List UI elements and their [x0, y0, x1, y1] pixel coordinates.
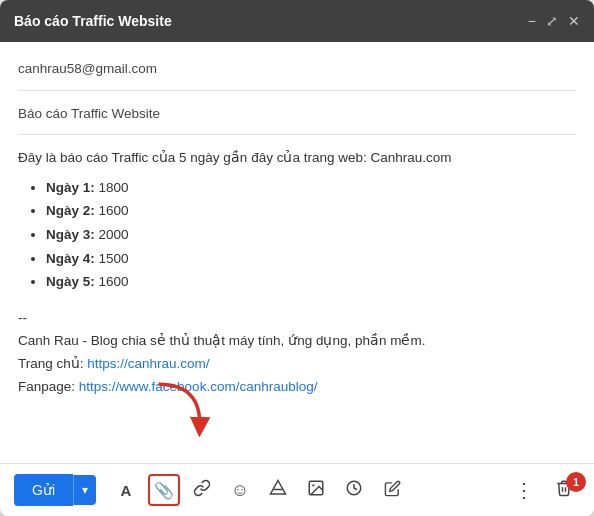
email-signature: -- Canh Rau - Blog chia sẻ thủ thuật máy… [18, 307, 576, 399]
signature-homepage: Trang chủ: https://canhrau.com/ [18, 353, 576, 376]
emoji-icon: ☺ [231, 480, 249, 501]
notification-badge: 1 [566, 472, 586, 492]
email-to-value: canhrau58@gmail.com [18, 61, 157, 76]
insert-photo-button[interactable] [300, 474, 332, 506]
close-button[interactable]: ✕ [568, 13, 580, 29]
email-to-field[interactable]: canhrau58@gmail.com [18, 58, 576, 91]
emoji-button[interactable]: ☺ [224, 474, 256, 506]
email-content-area[interactable]: Đây là báo cáo Traffic của 5 ngày gần đâ… [18, 147, 576, 398]
more-options-button[interactable]: ⋮ [508, 474, 540, 506]
title-bar: Báo cáo Traffic Website − ⤢ ✕ [0, 0, 594, 42]
toolbar-left-group: Gửi ▾ A 📎 [14, 474, 408, 506]
compose-toolbar: Gửi ▾ A 📎 [0, 463, 594, 516]
maximize-button[interactable]: ⤢ [546, 13, 558, 29]
more-options-icon: ⋮ [514, 478, 535, 502]
svg-point-3 [312, 484, 314, 486]
font-icon: A [121, 482, 132, 499]
traffic-list: Ngày 1: 1800 Ngày 2: 1600 Ngày 3: 2000 N… [46, 177, 576, 293]
send-button[interactable]: Gửi [14, 474, 73, 506]
send-button-group: Gửi ▾ [14, 474, 96, 506]
window-title: Báo cáo Traffic Website [14, 13, 172, 29]
minimize-button[interactable]: − [528, 13, 536, 29]
attach-icon: 📎 [154, 481, 174, 500]
schedule-send-button[interactable] [338, 474, 370, 506]
link-icon [193, 479, 211, 501]
drive-button[interactable] [262, 474, 294, 506]
signature-name: Canh Rau - Blog chia sẻ thủ thuật máy tí… [18, 330, 576, 353]
send-dropdown-button[interactable]: ▾ [73, 475, 96, 505]
signature-fanpage: Fanpage: https://www.facebook.com/canhra… [18, 376, 576, 399]
attach-file-button[interactable]: 📎 [148, 474, 180, 506]
signature-button[interactable] [376, 474, 408, 506]
email-subject-value: Báo cáo Traffic Website [18, 106, 160, 121]
signature-dash: -- [18, 307, 576, 330]
list-item: Ngày 3: 2000 [46, 224, 576, 246]
format-toolbar: A 📎 ☺ [110, 474, 408, 506]
email-intro: Đây là báo cáo Traffic của 5 ngày gần đâ… [18, 147, 576, 169]
font-formatting-button[interactable]: A [110, 474, 142, 506]
drive-icon [269, 479, 287, 501]
list-item: Ngày 2: 1600 [46, 200, 576, 222]
fanpage-link[interactable]: https://www.facebook.com/canhraublog/ [79, 379, 318, 394]
compose-window: Báo cáo Traffic Website − ⤢ ✕ canhrau58@… [0, 0, 594, 516]
list-item: Ngày 4: 1500 [46, 248, 576, 270]
pencil-icon [384, 480, 401, 501]
fanpage-label: Fanpage: [18, 379, 75, 394]
insert-link-button[interactable] [186, 474, 218, 506]
photo-icon [307, 479, 325, 501]
list-item: Ngày 1: 1800 [46, 177, 576, 199]
email-subject-field[interactable]: Báo cáo Traffic Website [18, 103, 576, 136]
clock-icon [345, 479, 363, 501]
email-body: canhrau58@gmail.com Báo cáo Traffic Webs… [0, 42, 594, 463]
list-item: Ngày 5: 1600 [46, 271, 576, 293]
homepage-link[interactable]: https://canhrau.com/ [87, 356, 209, 371]
svg-marker-0 [271, 481, 286, 495]
window-controls: − ⤢ ✕ [528, 13, 580, 29]
homepage-label: Trang chủ: [18, 356, 84, 371]
